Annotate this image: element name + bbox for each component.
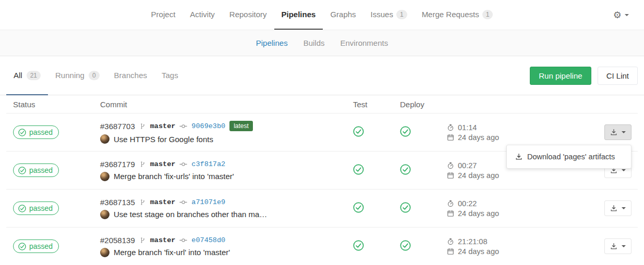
- deploy-stage-passed-icon[interactable]: [400, 126, 411, 137]
- nav-label: Project: [151, 10, 176, 19]
- calendar-icon: [447, 248, 454, 255]
- commit-message-link[interactable]: Merge branch 'fix-url' into 'master': [114, 248, 230, 257]
- download-icon: [610, 243, 617, 250]
- author-avatar[interactable]: [100, 172, 110, 181]
- artifacts-dropdown-button[interactable]: [604, 200, 631, 216]
- test-stage-passed-icon[interactable]: [353, 164, 364, 175]
- status-badge[interactable]: passed: [13, 163, 59, 177]
- pipeline-duration: 00:27: [458, 161, 477, 170]
- pipeline-row: passed #3687135 master a71071e9 Use test…: [6, 190, 638, 228]
- check-circle-icon: [18, 167, 26, 174]
- tab-branches[interactable]: Branches: [107, 56, 154, 95]
- caret-down-icon: [622, 245, 626, 247]
- status-badge[interactable]: passed: [13, 201, 59, 215]
- artifacts-dropdown-button[interactable]: [604, 238, 631, 254]
- pipeline-id: #2058139: [100, 236, 135, 245]
- commit-sha-link[interactable]: a71071e9: [191, 198, 225, 206]
- nav-item-graphs[interactable]: Graphs: [323, 0, 363, 30]
- deploy-stage-passed-icon[interactable]: [400, 240, 411, 251]
- test-stage-passed-icon[interactable]: [353, 240, 364, 251]
- timer-icon: [447, 124, 454, 131]
- project-top-nav: Project Activity Repository Pipelines Gr…: [0, 0, 644, 30]
- status-badge[interactable]: passed: [13, 239, 59, 253]
- pipeline-age: 24 days ago: [458, 209, 499, 218]
- caret-down-icon: [622, 131, 626, 133]
- issues-count-badge: 1: [396, 10, 407, 19]
- branch-icon: [139, 237, 146, 244]
- timer-icon: [447, 238, 454, 245]
- running-count-badge: 0: [89, 71, 100, 80]
- nav-label: Graphs: [330, 10, 356, 19]
- commit-message-link[interactable]: Merge branch 'fix-urls' into 'master': [114, 172, 234, 181]
- tab-label: All: [14, 71, 22, 80]
- download-pages-artifacts-item[interactable]: Download 'pages' artifacts: [507, 148, 631, 165]
- test-stage-passed-icon[interactable]: [353, 126, 364, 137]
- nav-label: Repository: [229, 10, 267, 19]
- branch-link[interactable]: master: [150, 160, 176, 168]
- nav-item-pipelines[interactable]: Pipelines: [274, 0, 323, 30]
- tab-label: Running: [55, 71, 84, 80]
- branch-link[interactable]: master: [150, 236, 176, 244]
- pipeline-id: #3687179: [100, 160, 135, 169]
- commit-message-link[interactable]: Use HTTPS for Google fonts: [114, 135, 213, 144]
- author-avatar[interactable]: [100, 248, 110, 257]
- check-circle-icon: [18, 243, 26, 250]
- check-circle-icon: [18, 129, 26, 136]
- commit-sha-link[interactable]: c3f817a2: [191, 160, 225, 168]
- nav-item-project[interactable]: Project: [144, 0, 183, 30]
- deploy-stage-passed-icon[interactable]: [400, 164, 411, 175]
- branch-link[interactable]: master: [150, 122, 176, 130]
- caret-down-icon: [625, 14, 629, 16]
- timer-icon: [447, 200, 454, 207]
- download-icon: [610, 129, 617, 136]
- pipelines-filter-bar: All 21 Running 0 Branches Tags Run pipel…: [0, 56, 644, 95]
- deploy-stage-passed-icon[interactable]: [400, 202, 411, 213]
- artifacts-dropdown-button[interactable]: [604, 124, 631, 140]
- download-icon: [515, 153, 523, 160]
- download-icon: [610, 205, 617, 212]
- nav-item-issues[interactable]: Issues 1: [363, 0, 415, 30]
- pipeline-age: 24 days ago: [458, 247, 499, 256]
- test-stage-passed-icon[interactable]: [353, 202, 364, 213]
- nav-item-merge-requests[interactable]: Merge Requests 1: [415, 0, 501, 30]
- header-commit: Commit: [100, 100, 353, 109]
- pipeline-duration: 21:21:08: [458, 237, 487, 246]
- branch-icon: [139, 123, 146, 130]
- pipeline-age: 24 days ago: [458, 171, 499, 180]
- status-label: passed: [29, 204, 53, 212]
- check-circle-icon: [18, 205, 26, 212]
- nav-item-activity[interactable]: Activity: [183, 0, 222, 30]
- caret-down-icon: [622, 207, 626, 209]
- author-avatar[interactable]: [100, 134, 110, 144]
- pipelines-table: Status Commit Test Deploy passed #368770…: [0, 95, 644, 265]
- header-status: Status: [6, 100, 100, 109]
- pipeline-age: 24 days ago: [458, 133, 499, 142]
- branch-link[interactable]: master: [150, 198, 176, 206]
- nav-label: Activity: [190, 10, 215, 19]
- status-label: passed: [29, 128, 53, 136]
- commit-message-link[interactable]: Use test stage on branches other than ma…: [114, 210, 267, 219]
- subnav-item-builds[interactable]: Builds: [296, 39, 333, 47]
- ci-lint-button[interactable]: CI Lint: [598, 67, 638, 85]
- project-settings-dropdown-button[interactable]: ⚙: [610, 11, 633, 19]
- tab-all[interactable]: All 21: [6, 56, 48, 95]
- commit-sha-link[interactable]: e07458d0: [191, 236, 225, 244]
- all-count-badge: 21: [27, 71, 41, 80]
- commit-icon: [179, 122, 187, 130]
- nav-item-repository[interactable]: Repository: [222, 0, 274, 30]
- tab-running[interactable]: Running 0: [48, 56, 107, 95]
- header-deploy: Deploy: [400, 100, 447, 109]
- subnav-item-pipelines[interactable]: Pipelines: [248, 39, 296, 47]
- merge-requests-count-badge: 1: [482, 10, 493, 19]
- status-label: passed: [29, 166, 53, 174]
- commit-sha-link[interactable]: 9069e3b0: [191, 122, 225, 130]
- pipeline-id: #3687703: [100, 122, 135, 131]
- status-badge[interactable]: passed: [13, 125, 59, 139]
- download-artifacts-label: Download 'pages' artifacts: [527, 153, 615, 161]
- subnav-item-environments[interactable]: Environments: [333, 39, 396, 47]
- tab-tags[interactable]: Tags: [154, 56, 186, 95]
- run-pipeline-button[interactable]: Run pipeline: [530, 67, 591, 85]
- artifacts-dropdown-menu: Download 'pages' artifacts: [506, 145, 631, 169]
- author-avatar[interactable]: [100, 210, 110, 219]
- branch-icon: [139, 199, 146, 206]
